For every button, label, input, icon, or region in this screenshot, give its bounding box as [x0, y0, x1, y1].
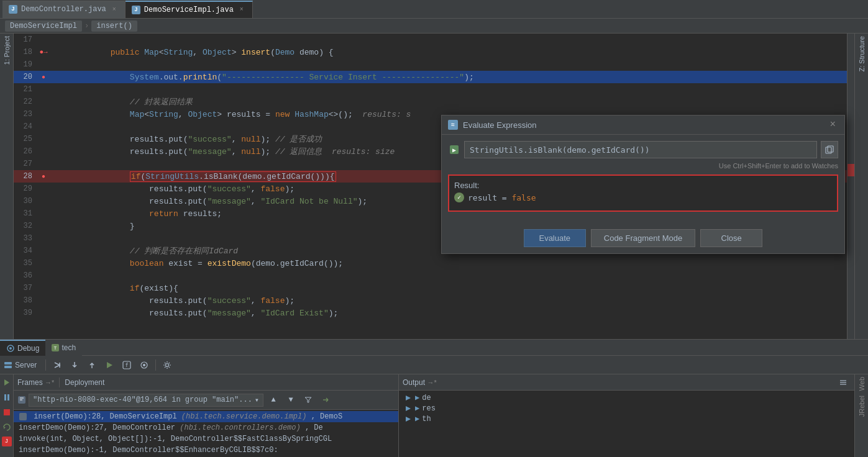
frame-item-3[interactable]: invoke(int, Object, Object[]):-1, DemoCo… — [14, 433, 398, 445]
frames-panel: Frames →* Deployment "http-nio-8 — [14, 374, 399, 457]
frame-text-4: insertDemo(Demo):-1, DemoController$$Enh… — [19, 446, 278, 455]
thread-selector[interactable]: "http-nio-8080-exec-40"@19,664 in group … — [29, 394, 263, 407]
settings-btn[interactable] — [160, 358, 175, 372]
eval-dialog-icon: ≈ — [448, 120, 458, 130]
frames-label-text: Frames — [17, 378, 43, 387]
toolbar-sep-1 — [45, 360, 46, 371]
step-over-btn[interactable] — [50, 358, 65, 372]
bottom-right-labels: Web JRebel — [854, 374, 868, 457]
breadcrumb-class[interactable]: DemoServiceImpl — [5, 20, 82, 32]
code-line-35: 35 boolean exist = existDemo(demo.getIdC… — [14, 257, 847, 269]
thread-up-btn[interactable]: ▲ — [266, 393, 281, 407]
result-false-value: false — [511, 193, 536, 202]
result-icon: ✓ — [454, 192, 464, 202]
frame-item-4[interactable]: insertDemo(Demo):-1, DemoController$$Enh… — [14, 445, 398, 456]
tab-democontroller[interactable]: J DemoController.java × — [2, 1, 126, 18]
output-settings-btn[interactable] — [836, 376, 851, 389]
eval-hint: Use Ctrl+Shift+Enter to add to Watches — [448, 162, 838, 170]
pause-btn[interactable] — [1, 392, 12, 403]
stream-icon-th — [404, 415, 413, 423]
evaluate-btn[interactable]: f — [119, 358, 134, 372]
frame-suffix-2: , De — [305, 423, 323, 432]
svg-text:f: f — [126, 362, 129, 368]
restore-btn[interactable] — [318, 393, 333, 407]
line-num-24: 24 — [14, 122, 37, 131]
debug-indicator-18: ●→ — [39, 48, 47, 56]
frame-item-1[interactable]: insert(Demo):28, DemoServiceImpl (hbi.te… — [14, 411, 398, 422]
frame-item-2[interactable]: insertDemo(Demo):27, DemoController (hbi… — [14, 422, 398, 433]
stop-btn[interactable] — [1, 407, 12, 418]
eval-result-label: Result: — [454, 181, 832, 190]
tab-label-1: DemoController.java — [21, 5, 106, 14]
close-dialog-button[interactable]: Close — [700, 229, 762, 247]
svg-rect-17 — [7, 394, 9, 400]
line-num-29: 29 — [14, 184, 37, 193]
svg-text:T: T — [54, 345, 57, 351]
frames-arrow: →* — [45, 379, 54, 386]
line-num-20: 20 — [14, 73, 37, 81]
tab-close-1[interactable]: × — [110, 5, 119, 14]
line-num-22: 22 — [14, 97, 37, 106]
line-num-37: 37 — [14, 284, 37, 292]
frames-list: insert(Demo):28, DemoServiceImpl (hbi.te… — [14, 410, 398, 457]
frame-italic-2: (hbi.tech.controllers.demo) — [180, 423, 300, 432]
stream-item-res: ▶ res — [404, 404, 849, 413]
line-gutter-20: ● — [37, 74, 50, 81]
frame-italic-1: (hbi.tech.service.demo.impl) — [181, 412, 307, 421]
web-label[interactable]: Web — [858, 377, 866, 391]
tab-demoserviceimpl[interactable]: J DemoServiceImpl.java × — [126, 1, 253, 18]
tab-icon-1: J — [9, 5, 17, 14]
jrebel-label[interactable]: JRebel — [858, 396, 866, 417]
evaluate-button[interactable]: Evaluate — [524, 229, 586, 247]
output-content: ▶ de ▶ res — [399, 391, 854, 457]
server-section: Server — [4, 361, 37, 369]
stream-arrow-de: ▶ — [415, 393, 419, 402]
code-fragment-mode-button[interactable]: Code Fragment Mode — [591, 229, 695, 247]
server-label: Server — [15, 361, 37, 369]
eval-expression-input[interactable] — [464, 141, 817, 158]
step-out-btn[interactable] — [85, 358, 99, 372]
output-arrow: →* — [427, 379, 436, 386]
line-num-30: 30 — [14, 197, 37, 206]
resume-btn[interactable] — [1, 377, 12, 388]
line-num-36: 36 — [14, 271, 37, 280]
bottom-content: J Frames →* Deployment — [0, 374, 868, 457]
run-to-cursor-btn[interactable] — [102, 358, 117, 372]
output-label: Output →* — [403, 378, 437, 387]
frame-icon-1 — [19, 412, 27, 421]
stream-label-res: res — [422, 404, 436, 413]
deployment-text: Deployment — [65, 378, 104, 387]
right-scrollbar[interactable] — [847, 34, 854, 339]
tab-debug[interactable]: Debug — [0, 340, 45, 356]
filter-btn[interactable] — [301, 393, 316, 407]
line-num-39: 39 — [14, 309, 37, 317]
debug-tab-label: Debug — [17, 344, 39, 353]
thread-down-btn[interactable]: ▼ — [283, 393, 298, 407]
breadcrumb-method[interactable]: insert() — [91, 20, 137, 32]
tab-tech[interactable]: T tech — [45, 340, 82, 356]
line-num-27: 27 — [14, 160, 37, 168]
deployment-label: Deployment — [65, 378, 104, 387]
eval-close-button[interactable]: × — [827, 119, 838, 130]
structure-label[interactable]: Z: Structure — [858, 36, 866, 71]
tab-close-2[interactable]: × — [237, 6, 246, 14]
line-num-23: 23 — [14, 110, 37, 119]
sidebar-project-label[interactable]: 1: Project — [3, 36, 11, 65]
watch-btn[interactable] — [137, 358, 152, 372]
rebel-icon[interactable]: J — [2, 437, 12, 446]
stream-icon-de — [404, 394, 413, 402]
rerun-btn[interactable] — [1, 422, 12, 433]
ide-window: J DemoController.java × J DemoServiceImp… — [0, 0, 868, 457]
svg-point-15 — [166, 363, 169, 366]
code-line-20: 20 ● System.out.println("---------------… — [14, 71, 847, 83]
stream-item-de: ▶ de — [404, 393, 849, 402]
frame-text-1: insert(Demo):28, DemoServiceImpl — [34, 412, 181, 421]
tab-label-2: DemoServiceImpl.java — [144, 6, 234, 14]
line-gutter-18: ●→ — [37, 48, 50, 56]
evaluate-expression-dialog: ≈ Evaluate Expression × ▶ — [441, 115, 845, 254]
tab-icon-2: J — [132, 6, 140, 14]
line-num-34: 34 — [14, 247, 37, 255]
step-into-btn[interactable] — [67, 358, 82, 372]
eval-copy-button[interactable] — [821, 141, 838, 158]
breakpoint-20: ● — [42, 74, 45, 81]
